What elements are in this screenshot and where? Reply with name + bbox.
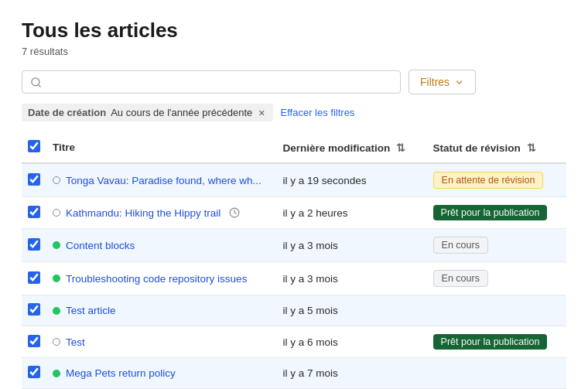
row-modified: il y a 19 secondes [277,163,427,197]
table-row: Mega Pets return policyil y a 7 mois [22,358,566,389]
search-icon [30,77,42,88]
header-title: Titre [46,132,277,163]
filter-button[interactable]: Filtres [409,70,476,94]
row-checkbox[interactable] [28,303,40,316]
table-row: Testil y a 6 moisPrêt pour la publicatio… [22,326,566,358]
filter-tag: Date de création Au cours de l'année pré… [22,104,273,121]
filter-tag-value: Au cours de l'année précédente [111,107,252,118]
row-title-cell: Test article [46,295,277,326]
row-title-text[interactable]: Mega Pets return policy [66,367,176,379]
row-title-text[interactable]: Content blocks [66,240,135,251]
row-checkbox[interactable] [28,173,40,186]
filter-button-label: Filtres [420,76,450,88]
status-dot-green [53,241,60,249]
row-title-cell: Test [46,326,277,358]
revision-badge: En cours [433,270,488,287]
row-title-cell: Troubleshooting code repository issues [46,262,277,295]
row-status-cell: Prêt pour la publication [427,197,566,229]
row-title-text[interactable]: Kathmandu: Hiking the Hippy trail [66,207,220,219]
table-header-row: Titre Dernière modification ⇅ Statut de … [22,132,566,163]
sort-status-icon[interactable]: ⇅ [527,142,536,154]
articles-table: Titre Dernière modification ⇅ Statut de … [22,132,566,389]
row-status-cell: En cours [427,262,566,295]
row-status-cell: En cours [427,229,566,262]
table-body: Tonga Vavau: Paradise found, where wh...… [22,163,566,389]
select-all-checkbox[interactable] [28,140,40,152]
row-modified: il y a 3 mois [277,262,427,295]
status-dot-green [53,275,60,282]
clear-filters-link[interactable]: Effacer les filtres [281,107,355,118]
row-modified: il y a 7 mois [277,358,427,389]
row-checkbox[interactable] [28,271,40,284]
row-status-cell [427,295,566,326]
status-dot-empty [53,176,60,184]
row-modified: il y a 2 heures [277,197,427,229]
table-row: Test articleil y a 5 mois [22,295,566,326]
remove-filter-button[interactable]: × [257,107,266,118]
chevron-down-icon [454,77,464,87]
row-status-cell: En attente de révision [427,163,566,197]
row-title-text[interactable]: Troubleshooting code repository issues [66,273,247,285]
row-modified: il y a 5 mois [277,295,427,326]
header-checkbox-cell [22,132,46,163]
row-title-cell: Content blocks [46,229,277,262]
revision-badge: Prêt pour la publication [433,334,548,350]
row-title-text[interactable]: Test [66,336,85,348]
row-modified: il y a 6 mois [277,326,427,358]
filter-tag-label: Date de création [28,107,106,118]
row-title-text[interactable]: Test article [66,305,116,316]
row-checkbox[interactable] [28,335,40,347]
status-dot-green [53,370,60,377]
row-status-cell: Prêt pour la publication [427,326,566,358]
revision-badge: En attente de révision [433,172,544,189]
status-dot-green [53,307,60,315]
row-checkbox-cell [22,229,46,262]
row-checkbox[interactable] [28,206,40,218]
row-checkbox-cell [22,262,46,295]
row-checkbox-cell [22,326,46,358]
revision-badge: En cours [433,237,488,254]
revision-badge: Prêt pour la publication [433,205,548,220]
row-checkbox[interactable] [28,238,40,251]
table-row: Troubleshooting code repository issuesil… [22,262,566,295]
header-modified: Dernière modification ⇅ [277,132,427,163]
active-filters-bar: Date de création Au cours de l'année pré… [22,104,566,121]
result-count: 7 résultats [22,46,566,57]
page-title: Tous les articles [22,19,566,43]
search-input[interactable] [48,76,392,88]
table-row: Content blocksil y a 3 moisEn cours [22,229,566,262]
row-checkbox-cell [22,358,46,389]
row-checkbox-cell [22,197,46,229]
svg-line-1 [38,84,40,87]
search-wrapper[interactable] [22,70,401,94]
table-row: Kathmandu: Hiking the Hippy trailil y a … [22,197,566,229]
row-title-cell: Mega Pets return policy [46,358,277,389]
row-checkbox-cell [22,295,46,326]
row-modified: il y a 3 mois [277,229,427,262]
header-status: Statut de révision ⇅ [427,132,566,163]
sort-modified-icon[interactable]: ⇅ [396,142,405,154]
table-row: Tonga Vavau: Paradise found, where wh...… [22,163,566,197]
row-title-cell: Tonga Vavau: Paradise found, where wh... [46,163,277,197]
status-dot-empty [53,209,60,217]
row-checkbox-cell [22,163,46,197]
row-title-text[interactable]: Tonga Vavau: Paradise found, where wh... [66,175,262,186]
status-dot-empty [53,338,60,346]
row-status-cell [427,358,566,389]
toolbar: Filtres [22,70,566,94]
row-title-cell: Kathmandu: Hiking the Hippy trail [46,197,277,229]
clock-icon [229,207,240,218]
row-checkbox[interactable] [28,366,40,378]
